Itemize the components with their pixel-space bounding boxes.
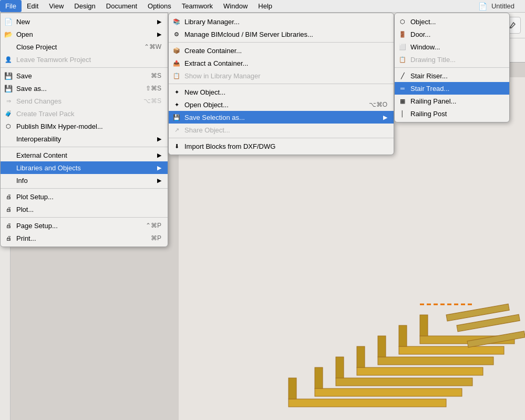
- menu-item-stair-riser[interactable]: ╱ Stair Riser...: [395, 69, 509, 82]
- menu-item-extract-container[interactable]: 📤 Extract a Container...: [169, 57, 394, 69]
- svg-rect-35: [289, 378, 296, 399]
- menu-item-stair-tread[interactable]: ═ Stair Tread...: [395, 82, 509, 95]
- menu-item-door[interactable]: 🚪 Door...: [395, 28, 509, 40]
- menu-item-window-save[interactable]: ⬜ Window...: [395, 40, 509, 53]
- save-as-icon: 💾: [4, 84, 13, 93]
- menu-item-leave-teamwork[interactable]: 👤 Leave Teamwork Project: [1, 53, 168, 66]
- stair-tread-icon: ═: [398, 84, 407, 93]
- bimcloud-icon: ⚙: [172, 29, 181, 39]
- send-changes-icon: ⇒: [4, 96, 13, 106]
- menubar-item-teamwork[interactable]: Teamwork: [177, 0, 218, 12]
- lib-menu-sep-1: [169, 42, 394, 43]
- new-icon: 📄: [4, 17, 13, 26]
- menubar-item-design[interactable]: Design: [69, 0, 100, 12]
- door-save-icon: 🚪: [398, 29, 407, 39]
- menu-item-new-object[interactable]: ✦ New Object...: [169, 86, 394, 98]
- new-object-icon: ✦: [172, 87, 181, 97]
- svg-rect-29: [315, 388, 462, 396]
- menu-item-new[interactable]: 📄 New ▶: [1, 15, 168, 28]
- svg-rect-40: [399, 325, 407, 346]
- menu-item-plot-setup[interactable]: 🖨 Plot Setup...: [1, 190, 168, 203]
- menu-item-info[interactable]: Info ▶: [1, 174, 168, 187]
- save-menu-sep-1: [395, 67, 509, 68]
- svg-rect-32: [378, 357, 493, 365]
- menubar: File Edit View Design Document Options T…: [0, 0, 525, 13]
- menu-item-open[interactable]: 📂 Open ▶: [1, 28, 168, 40]
- svg-rect-36: [315, 367, 323, 388]
- interop-icon: [4, 134, 13, 144]
- print-icon: 🖨: [4, 233, 13, 243]
- svg-rect-31: [357, 367, 483, 375]
- menu-item-plot[interactable]: 🖨 Plot...: [1, 203, 168, 216]
- menu-item-print[interactable]: 🖨 Print... ⌘P: [1, 232, 168, 244]
- menu-item-libraries-objects[interactable]: Libraries and Objects ▶: [1, 161, 168, 174]
- libraries-submenu: 📚 Library Manager... ⚙ Manage BIMcloud /…: [168, 13, 394, 155]
- menu-item-page-setup[interactable]: 🖨 Page Setup... ⌃⌘P: [1, 219, 168, 232]
- menubar-item-view[interactable]: View: [44, 0, 69, 12]
- menu-item-railing-post[interactable]: │ Railing Post: [395, 107, 509, 120]
- menu-item-save-as[interactable]: 💾 Save as... ⇧⌘S: [1, 82, 168, 95]
- info-icon: [4, 176, 13, 185]
- menubar-help-label: Help: [258, 2, 272, 10]
- menu-item-import-blocks[interactable]: ⬇ Import Blocks from DXF/DWG: [169, 140, 394, 152]
- menubar-item-document[interactable]: Document: [101, 0, 142, 12]
- extract-container-icon: 📤: [172, 58, 181, 68]
- menu-item-drawing-title[interactable]: 📋 Drawing Title...: [395, 53, 509, 66]
- menu-sep-2: [1, 147, 168, 147]
- menubar-item-options[interactable]: Options: [142, 0, 177, 12]
- save-selection-icon: 💾: [172, 112, 181, 122]
- menu-item-share-object[interactable]: ↗ Share Object...: [169, 124, 394, 136]
- menu-item-manage-bimcloud[interactable]: ⚙ Manage BIMcloud / BIM Server Libraries…: [169, 28, 394, 40]
- menu-item-railing-panel[interactable]: ▦ Railing Panel...: [395, 95, 509, 107]
- menubar-edit-label: Edit: [27, 2, 38, 10]
- object-save-icon: ⬡: [398, 17, 407, 26]
- menu-item-external-content[interactable]: External Content ▶: [1, 149, 168, 161]
- menu-item-close-project[interactable]: Close Project ⌃⌘W: [1, 40, 168, 53]
- menu-sep-4: [1, 217, 168, 218]
- open-object-icon: ✦: [172, 100, 181, 109]
- menu-item-library-manager[interactable]: 📚 Library Manager...: [169, 15, 394, 28]
- menu-item-open-object[interactable]: ✦ Open Object... ⌥⌘O: [169, 98, 394, 111]
- menu-item-save-selection[interactable]: 💾 Save Selection as... ▶: [169, 111, 394, 124]
- show-library-icon: 📋: [172, 71, 181, 80]
- plot-icon: 🖨: [4, 204, 13, 214]
- svg-rect-28: [289, 399, 446, 407]
- drawing-title-icon: 📋: [398, 55, 407, 64]
- create-container-icon: 📦: [172, 46, 181, 55]
- import-blocks-icon: ⬇: [172, 141, 181, 151]
- plot-setup-icon: 🖨: [4, 192, 13, 201]
- bimx-icon: ⬡: [4, 121, 13, 131]
- menu-item-create-travel[interactable]: 🧳 Create Travel Pack: [1, 107, 168, 120]
- svg-rect-33: [399, 346, 504, 354]
- menu-item-send-changes[interactable]: ⇒ Send Changes ⌥⌘S: [1, 95, 168, 107]
- close-project-icon: [4, 42, 13, 52]
- menu-item-show-library[interactable]: 📋 Show in Library Manager: [169, 69, 394, 82]
- menubar-item-edit[interactable]: Edit: [22, 0, 44, 12]
- menu-item-interoperability[interactable]: Interoperability ▶: [1, 132, 168, 145]
- menubar-design-label: Design: [74, 2, 95, 10]
- svg-rect-30: [336, 378, 472, 386]
- lib-menu-sep-2: [169, 84, 394, 84]
- menubar-item-help[interactable]: Help: [253, 0, 277, 12]
- app-title: Untitled: [491, 2, 514, 10]
- menubar-teamwork-label: Teamwork: [182, 2, 213, 10]
- save-selection-submenu: ⬡ Object... 🚪 Door... ⬜ Window... 📋 Draw…: [394, 13, 510, 122]
- menubar-options-label: Options: [148, 2, 171, 10]
- menu-item-save[interactable]: 💾 Save ⌘S: [1, 69, 168, 82]
- menu-item-publish-bimx[interactable]: ⬡ Publish BIMx Hyper-model...: [1, 120, 168, 132]
- stair-decoration: [262, 210, 525, 420]
- menubar-file-label: File: [5, 2, 16, 10]
- svg-rect-41: [420, 315, 428, 336]
- library-manager-icon: 📚: [172, 17, 181, 26]
- share-object-icon: ↗: [172, 125, 181, 135]
- menubar-item-file[interactable]: File: [0, 0, 22, 12]
- svg-rect-38: [357, 346, 365, 367]
- menu-item-object[interactable]: ⬡ Object...: [395, 15, 509, 28]
- external-content-icon: [4, 150, 13, 160]
- menubar-document-label: Document: [106, 2, 137, 10]
- railing-panel-icon: ▦: [398, 96, 407, 106]
- menubar-item-window[interactable]: Window: [218, 0, 253, 12]
- menu-item-create-container[interactable]: 📦 Create Container...: [169, 44, 394, 57]
- page-setup-icon: 🖨: [4, 221, 13, 230]
- teamwork-icon: 👤: [4, 55, 13, 64]
